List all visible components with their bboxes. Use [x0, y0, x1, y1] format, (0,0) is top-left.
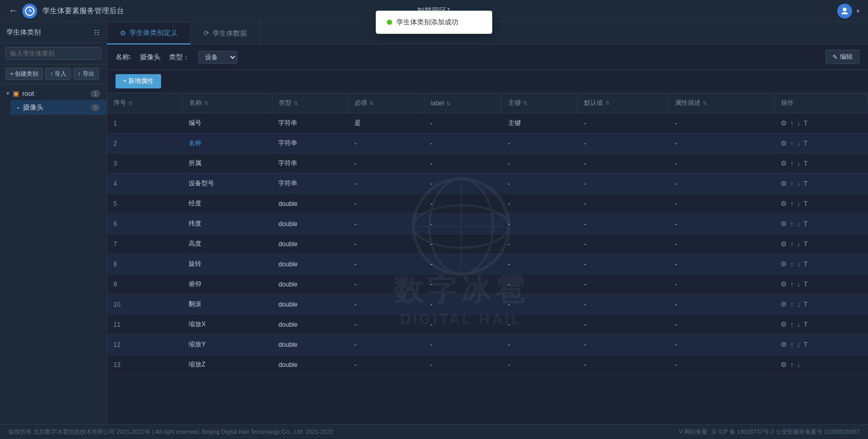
settings-icon[interactable]: ⚙: [781, 280, 787, 288]
table-row: 12 缩放Y double - - - - - ⚙ ↑ ↓ T: [107, 335, 868, 355]
extra-icon[interactable]: T: [803, 280, 808, 288]
cell-primary-key: -: [502, 194, 578, 214]
move-up-icon[interactable]: ↑: [790, 260, 794, 268]
extra-icon[interactable]: T: [803, 240, 808, 248]
move-up-icon[interactable]: ↑: [790, 341, 794, 348]
settings-icon[interactable]: ⚙: [781, 119, 787, 127]
extra-icon[interactable]: T: [803, 159, 808, 167]
app-title: 孪生体要素服务管理后台: [42, 6, 124, 16]
extra-icon[interactable]: T: [803, 180, 808, 187]
cell-required: -: [348, 154, 424, 174]
settings-icon[interactable]: ⚙: [781, 139, 787, 147]
cell-name: 缩放Z: [182, 355, 272, 375]
move-up-icon[interactable]: ↑: [790, 320, 794, 328]
cell-type: 字符串: [272, 113, 348, 133]
cell-seq: 8: [107, 254, 182, 274]
move-down-icon[interactable]: ↓: [797, 119, 801, 127]
move-up-icon[interactable]: ↑: [790, 159, 794, 167]
add-attribute-button[interactable]: + 新增属性: [116, 74, 161, 88]
settings-icon[interactable]: ⚙: [781, 220, 787, 228]
settings-icon[interactable]: ⚙: [781, 159, 787, 167]
move-up-icon[interactable]: ↑: [790, 361, 794, 369]
move-down-icon[interactable]: ↓: [797, 139, 801, 147]
move-up-icon[interactable]: ↑: [790, 220, 794, 228]
extra-icon[interactable]: T: [803, 200, 808, 208]
cell-primary-key: -: [502, 274, 578, 294]
move-down-icon[interactable]: ↓: [797, 240, 801, 248]
cell-desc: -: [669, 294, 775, 315]
move-up-icon[interactable]: ↑: [790, 180, 794, 187]
add-attribute-bar: + 新增属性: [107, 70, 868, 93]
settings-icon[interactable]: ⚙: [781, 240, 787, 248]
back-button[interactable]: ←: [8, 5, 18, 16]
table-row: 10 翻滚 double - - - - - ⚙ ↑ ↓ T: [107, 294, 868, 315]
settings-icon[interactable]: ⚙: [781, 361, 787, 369]
table-row: 7 高度 double - - - - - ⚙ ↑ ↓ T: [107, 234, 868, 254]
import-button[interactable]: ↑ 导入: [45, 68, 71, 80]
move-down-icon[interactable]: ↓: [797, 200, 801, 208]
move-up-icon[interactable]: ↑: [790, 200, 794, 208]
export-button[interactable]: ↑ 导出: [73, 68, 99, 80]
cell-required: -: [348, 294, 424, 315]
edit-button[interactable]: ✎ 编辑: [826, 50, 860, 64]
settings-icon[interactable]: ⚙: [781, 341, 787, 348]
cell-ops: ⚙ ↑ ↓ T: [774, 294, 867, 315]
cell-name: 缩放X: [182, 315, 272, 335]
move-up-icon[interactable]: ↑: [790, 280, 794, 288]
move-down-icon[interactable]: ↓: [797, 300, 801, 308]
tab-definition[interactable]: ⚙ 孪生体类别定义: [107, 22, 191, 44]
user-avatar[interactable]: [837, 4, 852, 19]
table-row: 9 俯仰 double - - - - - ⚙ ↑ ↓ T: [107, 274, 868, 294]
search-input[interactable]: [5, 47, 101, 60]
sidebar-item-camera[interactable]: ▪ 摄像头 0: [11, 100, 107, 115]
sidebar: 孪生体类别 ☷ + 创建类别 ↑ 导入 ↑ 导出 ▾ ▣ root 1 ▪ 摄像…: [0, 22, 107, 424]
cell-label: -: [424, 214, 502, 234]
type-prefix: 类型：: [169, 52, 190, 62]
cell-required: -: [348, 274, 424, 294]
settings-icon[interactable]: ⚙: [781, 320, 787, 328]
settings-icon[interactable]: ⚙: [781, 200, 787, 208]
cell-type: double: [272, 355, 348, 375]
move-down-icon[interactable]: ↓: [797, 159, 801, 167]
move-down-icon[interactable]: ↓: [797, 361, 801, 369]
settings-icon[interactable]: ⚙: [781, 180, 787, 187]
move-up-icon[interactable]: ↑: [790, 300, 794, 308]
move-down-icon[interactable]: ↓: [797, 320, 801, 328]
create-category-button[interactable]: + 创建类别: [5, 68, 43, 80]
move-down-icon[interactable]: ↓: [797, 220, 801, 228]
leaf-icon: ▪: [17, 104, 20, 112]
extra-icon[interactable]: T: [803, 139, 808, 147]
cell-label: -: [424, 113, 502, 133]
type-select[interactable]: 设备 传感器 网关 其他: [198, 51, 237, 64]
move-down-icon[interactable]: ↓: [797, 180, 801, 187]
move-up-icon[interactable]: ↑: [790, 240, 794, 248]
extra-icon[interactable]: T: [803, 320, 808, 328]
cell-seq: 13: [107, 355, 182, 375]
move-up-icon[interactable]: ↑: [790, 139, 794, 147]
move-down-icon[interactable]: ↓: [797, 341, 801, 348]
sidebar-expand-icon[interactable]: ☷: [94, 29, 100, 37]
cell-default: -: [578, 315, 669, 335]
move-up-icon[interactable]: ↑: [790, 119, 794, 127]
tree-item-label: root: [22, 89, 87, 97]
col-name: 名称⇅: [182, 93, 272, 113]
extra-icon[interactable]: T: [803, 220, 808, 228]
extra-icon[interactable]: T: [803, 341, 808, 348]
cell-name: 俯仰: [182, 274, 272, 294]
extra-icon[interactable]: T: [803, 119, 808, 127]
extra-icon[interactable]: T: [803, 260, 808, 268]
move-down-icon[interactable]: ↓: [797, 280, 801, 288]
sidebar-item-root[interactable]: ▾ ▣ root 1: [0, 87, 107, 100]
move-down-icon[interactable]: ↓: [797, 260, 801, 268]
chevron-down-icon[interactable]: ▾: [856, 7, 860, 15]
top-bar-right: ▾: [837, 4, 860, 19]
settings-icon[interactable]: ⚙: [781, 300, 787, 308]
settings-icon[interactable]: ⚙: [781, 260, 787, 268]
attributes-table-container: 序号⇅ 名称⇅ 类型⇅ 必填⇅ label⇅ 主键⇅ 默认值⇅ 属性描述⇅ 操作…: [107, 93, 868, 424]
sidebar-title: 孪生体类别: [6, 28, 41, 37]
extra-icon[interactable]: T: [803, 300, 808, 308]
cell-default: -: [578, 234, 669, 254]
tab-data[interactable]: ⟳ 孪生体数据: [191, 22, 260, 44]
cell-primary-key: -: [502, 294, 578, 315]
cell-seq: 12: [107, 335, 182, 355]
